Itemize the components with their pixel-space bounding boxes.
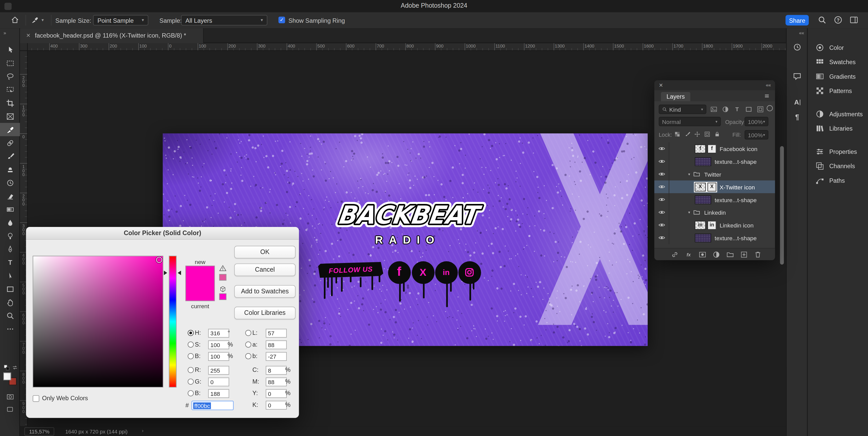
panel-item-swatches[interactable]: Swatches (808, 55, 868, 69)
filter-type-layers-icon[interactable]: T (734, 106, 741, 113)
fill-field[interactable]: 100% ▾ (745, 130, 768, 139)
only-web-colors-checkbox[interactable] (33, 395, 39, 402)
eye-icon[interactable] (658, 221, 665, 228)
foreground-color-swatch[interactable] (3, 373, 11, 380)
layer-visibility-cell[interactable] (654, 155, 669, 168)
layer-thumbnail[interactable]: in (695, 221, 706, 229)
field-input-l-5[interactable] (208, 389, 229, 398)
field-input-l-3[interactable] (208, 366, 229, 375)
pen-tool[interactable] (0, 243, 20, 256)
panel-item-adjustments[interactable]: Adjustments (808, 107, 868, 121)
brush-tool[interactable] (0, 150, 20, 163)
field-input-r-5[interactable] (266, 389, 287, 398)
layer-row-texture-t-shape[interactable]: texture...t-shape (654, 155, 775, 168)
sample-size-dropdown[interactable]: Point Sample▾ (93, 15, 149, 25)
hue-slider-arrow-left[interactable] (164, 271, 167, 275)
layer-visibility-cell[interactable] (654, 181, 669, 193)
ok-button[interactable]: OK (234, 246, 296, 259)
dialog-title[interactable]: Color Picker (Solid Color) (26, 227, 299, 240)
clone-stamp-tool[interactable] (0, 163, 20, 176)
field-input-r-1[interactable] (266, 340, 287, 349)
radio-l-5[interactable] (188, 390, 194, 396)
hex-input[interactable]: ff00bc (191, 401, 234, 410)
saturation-brightness-field[interactable] (33, 256, 163, 387)
radio-l-4[interactable] (188, 378, 194, 385)
path-selection-tool[interactable] (0, 269, 20, 282)
rectangle-tool[interactable] (0, 282, 20, 296)
filter-shape-layers-icon[interactable] (745, 106, 752, 113)
gradient-tool[interactable] (0, 203, 20, 216)
vector-mask-thumbnail[interactable]: X (708, 183, 716, 191)
healing-brush-tool[interactable] (0, 136, 20, 150)
eye-icon[interactable] (658, 209, 665, 216)
quick-mask-icon[interactable] (6, 393, 15, 401)
paragraph-panel-icon[interactable]: ¶ (793, 113, 802, 121)
eyedropper-tool[interactable] (0, 123, 20, 136)
layer-row-texture-t-shape[interactable]: texture...t-shape (654, 231, 775, 244)
panel-item-properties[interactable]: Properties (808, 145, 868, 159)
frame-tool[interactable] (0, 110, 20, 123)
horizontal-ruler[interactable]: 4003002001000100200300400500600700800900… (28, 43, 786, 51)
field-input-l-2[interactable] (208, 352, 229, 361)
type-tool[interactable]: T (0, 256, 20, 269)
layer-row-facebook-icon[interactable]: ffFacebook icon (654, 142, 775, 155)
color-libraries-button[interactable]: Color Libraries (234, 307, 296, 319)
dodge-tool[interactable] (0, 229, 20, 243)
hand-tool[interactable] (0, 296, 20, 309)
layer-row-linkedin-icon[interactable]: ininLinkedin icon (654, 219, 775, 231)
eye-icon[interactable] (658, 234, 665, 241)
layer-thumbnail[interactable] (695, 233, 711, 242)
delete-layer-icon[interactable] (754, 250, 762, 258)
screen-mode-icon[interactable] (6, 406, 14, 413)
document-tab[interactable]: × facebook_header.psd @ 116% (X-Twitter … (20, 28, 204, 43)
field-input-r-3[interactable] (266, 366, 287, 375)
link-layers-icon[interactable] (671, 250, 679, 258)
vector-mask-thumbnail[interactable]: f (708, 144, 716, 153)
add-to-swatches-button[interactable]: Add to Swatches (234, 285, 296, 298)
eye-icon[interactable] (658, 196, 665, 203)
share-button[interactable]: Share (785, 15, 809, 25)
layer-thumbnail[interactable] (695, 157, 711, 166)
lock-all-icon[interactable] (714, 131, 720, 137)
show-sampling-ring-checkbox[interactable]: ✓ (278, 17, 285, 23)
radio-l-2[interactable] (188, 353, 194, 359)
kind-filter-dropdown[interactable]: Kind ▾ (659, 104, 706, 114)
field-input-l-4[interactable] (208, 377, 229, 386)
eraser-tool[interactable] (0, 189, 20, 203)
layer-visibility-cell[interactable] (654, 193, 669, 206)
lock-transparency-icon[interactable] (674, 131, 680, 137)
collapse-icon[interactable]: «« (766, 83, 771, 88)
panel-item-color[interactable]: Color (808, 40, 868, 55)
new-group-icon[interactable] (726, 250, 734, 258)
object-selection-tool[interactable] (0, 83, 20, 96)
gamut-warning-icon[interactable] (219, 264, 226, 272)
vertical-scrollbar[interactable] (780, 146, 784, 264)
field-input-r-2[interactable] (266, 352, 287, 361)
swap-colors-icon[interactable] (11, 364, 18, 371)
layer-thumbnail[interactable] (695, 195, 711, 204)
close-icon[interactable]: × (659, 82, 663, 88)
radio-r-0[interactable] (245, 330, 251, 336)
field-input-r-0[interactable] (266, 329, 287, 338)
panel-menu-icon[interactable]: ≡ (765, 93, 770, 100)
chevron-down-icon[interactable]: ▾ (686, 172, 692, 176)
lock-pixels-icon[interactable] (684, 131, 690, 137)
lock-artboard-icon[interactable] (704, 131, 710, 137)
sample-dropdown[interactable]: All Layers▾ (181, 15, 267, 25)
tab-layers[interactable]: Layers (661, 92, 690, 101)
zoom-tool[interactable] (0, 309, 20, 322)
color-field-marker[interactable] (156, 257, 162, 263)
radio-r-2[interactable] (245, 353, 251, 359)
eye-icon[interactable] (658, 145, 665, 152)
radio-r-1[interactable] (245, 341, 251, 348)
opacity-field[interactable]: 100% ▾ (745, 117, 768, 126)
layer-thumbnail[interactable]: f (695, 144, 706, 153)
eye-icon[interactable] (658, 170, 665, 178)
filter-pixel-layers-icon[interactable] (710, 106, 717, 113)
layer-row-x-twitter-icon[interactable]: XXX-Twitter icon (654, 181, 775, 193)
cancel-button[interactable]: Cancel (234, 263, 296, 276)
panel-item-patterns[interactable]: Patterns (808, 84, 868, 98)
layer-visibility-cell[interactable] (654, 219, 669, 231)
layer-mask-icon[interactable] (699, 250, 706, 258)
panel-item-paths[interactable]: Paths (808, 173, 868, 188)
